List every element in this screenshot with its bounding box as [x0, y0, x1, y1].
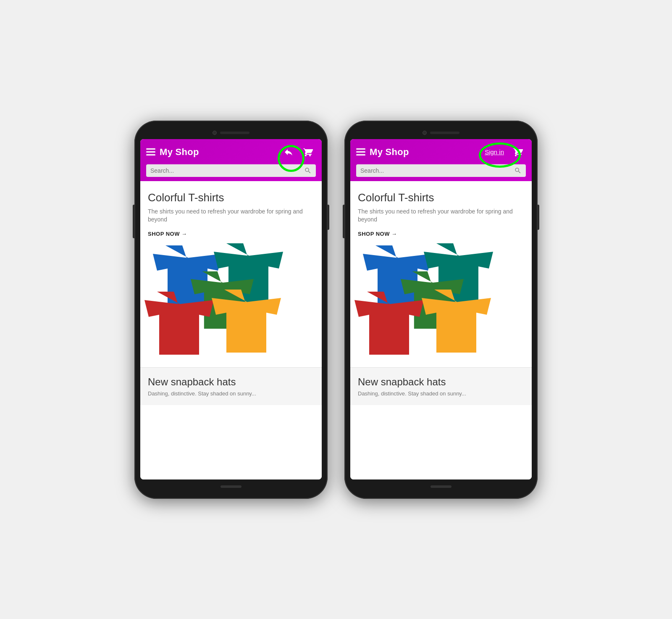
cart-button-right[interactable]	[510, 144, 526, 160]
header-actions-left	[281, 144, 316, 160]
search-icon-right	[514, 167, 522, 174]
phone-top-bar-right	[350, 128, 532, 139]
home-button-left[interactable]	[220, 485, 242, 488]
phone-right: My Shop Sign in	[344, 121, 538, 499]
tshirt-red-left	[144, 292, 214, 355]
svg-marker-8	[354, 292, 424, 355]
shop-now-button-right[interactable]: SHOP NOW →	[358, 231, 397, 237]
front-camera-right	[423, 131, 427, 135]
shop-now-button-left[interactable]: SHOP NOW →	[148, 231, 187, 237]
speaker-left	[220, 132, 249, 134]
phone-top-bar-left	[140, 128, 322, 139]
cart-icon-left	[303, 147, 313, 157]
header-top-right: My Shop Sign in	[356, 144, 526, 160]
header-top-left: My Shop	[146, 144, 316, 160]
bottom-title-left: New snapback hats	[148, 376, 314, 388]
tshirt-yellow-right	[422, 290, 491, 353]
phone-screen-right: My Shop Sign in	[350, 139, 532, 479]
app-header-right: My Shop Sign in	[350, 139, 532, 181]
speaker-right	[430, 132, 459, 134]
cart-button-left[interactable]	[300, 144, 316, 160]
search-bar-right[interactable]	[356, 164, 526, 177]
phone-bottom-bar-left	[140, 479, 322, 491]
phones-container: My Shop	[134, 121, 538, 499]
hamburger-menu-icon-left[interactable]	[146, 148, 155, 155]
power-button-right	[328, 205, 329, 230]
bottom-section-right: New snapback hats Dashing, distinctive. …	[350, 367, 532, 405]
phone-screen-left: My Shop	[140, 139, 322, 479]
cart-icon-right	[513, 147, 523, 157]
tshirt-red-right	[354, 292, 424, 355]
hero-title-left: Colorful T-shirts	[148, 191, 314, 204]
bottom-subtitle-left: Dashing, distinctive. Stay shaded on sun…	[148, 390, 314, 397]
phone-bottom-bar-right	[350, 479, 532, 491]
power-button-right-phone	[538, 205, 539, 230]
login-arrow-icon-left	[284, 147, 294, 157]
svg-marker-3	[144, 292, 214, 355]
header-title-right: My Shop	[370, 147, 478, 158]
phone-left: My Shop	[134, 121, 328, 499]
tshirt-yellow-left	[212, 290, 281, 353]
signin-text-button-right[interactable]: Sign in	[482, 148, 507, 156]
hero-section-right: Colorful T-shirts The shirts you need to…	[350, 181, 532, 241]
signin-icon-button-left[interactable]	[281, 144, 297, 160]
svg-marker-9	[422, 290, 491, 353]
header-actions-right: Sign in	[482, 144, 526, 160]
volume-button-left	[133, 205, 134, 238]
hero-title-right: Colorful T-shirts	[358, 191, 524, 204]
hero-subtitle-left: The shirts you need to refresh your ward…	[148, 208, 314, 224]
hamburger-menu-icon-right[interactable]	[356, 148, 365, 155]
home-button-right[interactable]	[430, 485, 452, 488]
bottom-title-right: New snapback hats	[358, 376, 524, 388]
header-title-left: My Shop	[160, 147, 276, 158]
app-header-left: My Shop	[140, 139, 322, 181]
volume-button-right-phone	[343, 205, 344, 238]
hero-subtitle-right: The shirts you need to refresh your ward…	[358, 208, 524, 224]
signin-label-right[interactable]: Sign in	[482, 147, 507, 157]
tshirt-collage-left	[140, 241, 322, 367]
tshirt-collage-right	[350, 241, 532, 367]
app-content-left: Colorful T-shirts The shirts you need to…	[140, 181, 322, 479]
search-icon-left	[304, 167, 312, 174]
app-content-right: Colorful T-shirts The shirts you need to…	[350, 181, 532, 479]
svg-marker-4	[212, 290, 281, 353]
search-input-left[interactable]	[150, 167, 302, 174]
search-input-right[interactable]	[360, 167, 512, 174]
front-camera-left	[213, 131, 217, 135]
bottom-subtitle-right: Dashing, distinctive. Stay shaded on sun…	[358, 390, 524, 397]
hero-section-left: Colorful T-shirts The shirts you need to…	[140, 181, 322, 241]
search-bar-left[interactable]	[146, 164, 316, 177]
bottom-section-left: New snapback hats Dashing, distinctive. …	[140, 367, 322, 405]
